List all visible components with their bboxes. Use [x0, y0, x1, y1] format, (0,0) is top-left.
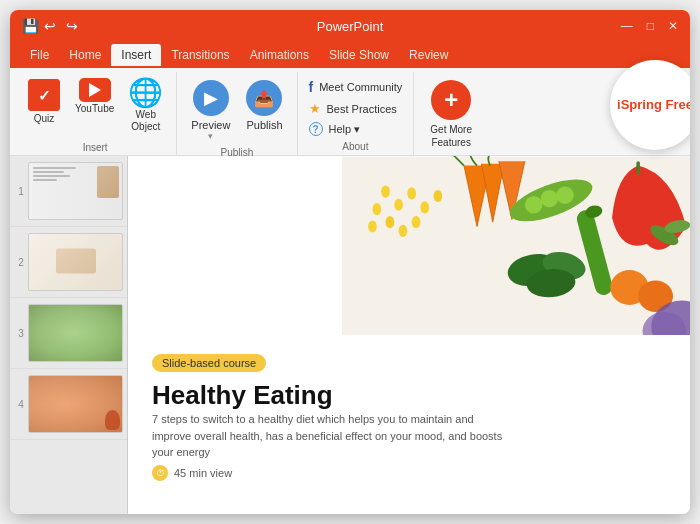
slide-item-2[interactable]: 2 [10, 227, 127, 298]
slide-item-3[interactable]: 3 [10, 298, 127, 369]
getmore-group: + Get More Features [414, 72, 488, 155]
webobject-label: Web Object [131, 109, 160, 133]
svg-point-5 [420, 201, 429, 213]
publish-group-items: ▶ Preview ▾ 📤 Publish [185, 76, 288, 145]
slide-badge-container: Slide-based course [152, 353, 666, 372]
tab-slideshow[interactable]: Slide Show [319, 44, 399, 66]
webobject-icon: 🌐 [128, 79, 163, 107]
slide-top-left [128, 156, 342, 349]
publish-label: Publish [246, 119, 282, 131]
slide-number-1: 1 [14, 186, 28, 197]
preview-button[interactable]: ▶ Preview ▾ [185, 76, 236, 145]
best-practices-button[interactable]: ★ Best Practices [306, 100, 406, 117]
tab-transitions[interactable]: Transitions [161, 44, 239, 66]
best-practices-label: Best Practices [327, 103, 397, 115]
svg-point-13 [540, 190, 557, 207]
veg-svg [342, 156, 690, 349]
slide-meta: ⏱ 45 min view [152, 465, 666, 481]
slide-duration: 45 min view [174, 467, 232, 479]
ispring-badge[interactable]: iSpring Free [610, 60, 690, 150]
slide-thumb-2 [28, 233, 123, 291]
slide-title: Healthy Eating [152, 380, 666, 411]
title-bar: 💾 ↩ ↪ PowerPoint — □ ✕ [10, 10, 690, 42]
svg-point-6 [385, 216, 394, 228]
svg-point-8 [368, 220, 377, 232]
maximize-button[interactable]: □ [647, 19, 654, 33]
svg-point-2 [394, 199, 403, 211]
meet-community-button[interactable]: f Meet Community [306, 78, 406, 96]
svg-point-7 [398, 225, 407, 237]
about-group: f Meet Community ★ Best Practices ? Help… [298, 72, 415, 155]
star-icon: ★ [309, 101, 321, 116]
slide-veg-area [342, 156, 690, 349]
svg-point-10 [411, 216, 420, 228]
publish-button[interactable]: 📤 Publish [240, 76, 288, 135]
tab-file[interactable]: File [20, 44, 59, 66]
course-badge: Slide-based course [152, 354, 266, 372]
window-title: PowerPoint [317, 19, 383, 34]
youtube-label: YouTube [75, 103, 114, 115]
clock-icon: ⏱ [152, 465, 168, 481]
powerpoint-window: 💾 ↩ ↪ PowerPoint — □ ✕ File Home Insert … [10, 10, 690, 514]
redo-icon[interactable]: ↪ [66, 19, 80, 33]
webobject-button[interactable]: 🌐 Web Object [123, 76, 168, 136]
help-icon: ? [309, 122, 323, 136]
save-icon[interactable]: 💾 [22, 19, 36, 33]
getmore-icon: + [431, 80, 471, 120]
publish-group: ▶ Preview ▾ 📤 Publish Publish [177, 72, 297, 155]
title-bar-left: 💾 ↩ ↪ [22, 19, 80, 33]
preview-label: Preview [191, 119, 230, 131]
svg-point-12 [524, 196, 541, 213]
ribbon: ✓ Quiz YouTube 🌐 [10, 68, 690, 156]
publish-icon: 📤 [246, 80, 282, 116]
slide-item-4[interactable]: 4 [10, 369, 127, 440]
tab-insert[interactable]: Insert [111, 44, 161, 66]
slide-number-4: 4 [14, 399, 28, 410]
slide-thumb-3 [28, 304, 123, 362]
svg-point-9 [433, 190, 442, 202]
slide-content-area: Slide-based course Healthy Eating 7 step… [128, 335, 690, 514]
slide-number-3: 3 [14, 328, 28, 339]
close-button[interactable]: ✕ [668, 19, 678, 33]
main-content: 1 2 [10, 156, 690, 514]
tab-home[interactable]: Home [59, 44, 111, 66]
insert-group-items: ✓ Quiz YouTube 🌐 [22, 76, 168, 140]
slide-main: Slide-based course Healthy Eating 7 step… [128, 156, 690, 514]
insert-group: ✓ Quiz YouTube 🌐 [14, 72, 177, 155]
slide-thumb-1 [28, 162, 123, 220]
slide-number-2: 2 [14, 257, 28, 268]
quiz-icon: ✓ [28, 79, 60, 111]
youtube-button[interactable]: YouTube [70, 76, 119, 118]
get-more-features-button[interactable]: + Get More Features [422, 76, 480, 153]
svg-point-14 [556, 186, 573, 203]
slide-panel: 1 2 [10, 156, 128, 514]
minimize-button[interactable]: — [621, 19, 633, 33]
svg-rect-20 [636, 161, 639, 174]
about-group-label: About [342, 141, 368, 152]
getmore-label: Get More Features [430, 123, 472, 149]
tab-review[interactable]: Review [399, 44, 458, 66]
help-label: Help ▾ [329, 123, 361, 136]
svg-point-1 [381, 186, 390, 198]
tab-animations[interactable]: Animations [240, 44, 319, 66]
svg-point-3 [407, 187, 416, 199]
about-items: f Meet Community ★ Best Practices ? Help… [306, 76, 406, 139]
slide-view: Slide-based course Healthy Eating 7 step… [128, 156, 690, 514]
quiz-button[interactable]: ✓ Quiz [22, 76, 66, 128]
ispring-badge-text: iSpring Free [617, 97, 690, 114]
slide-item-1[interactable]: 1 [10, 156, 127, 227]
quiz-label: Quiz [34, 113, 55, 125]
help-button[interactable]: ? Help ▾ [306, 121, 406, 137]
window-controls: — □ ✕ [621, 19, 678, 33]
meet-community-label: Meet Community [319, 81, 402, 93]
facebook-icon: f [309, 79, 314, 95]
slide-thumb-4 [28, 375, 123, 433]
ribbon-tab-bar: File Home Insert Transitions Animations … [10, 42, 690, 68]
insert-group-label: Insert [83, 142, 108, 153]
undo-icon[interactable]: ↩ [44, 19, 58, 33]
preview-icon: ▶ [193, 80, 229, 116]
slide-description: 7 steps to switch to a healthy diet whic… [152, 411, 512, 461]
youtube-icon [79, 79, 111, 101]
svg-point-4 [372, 203, 381, 215]
